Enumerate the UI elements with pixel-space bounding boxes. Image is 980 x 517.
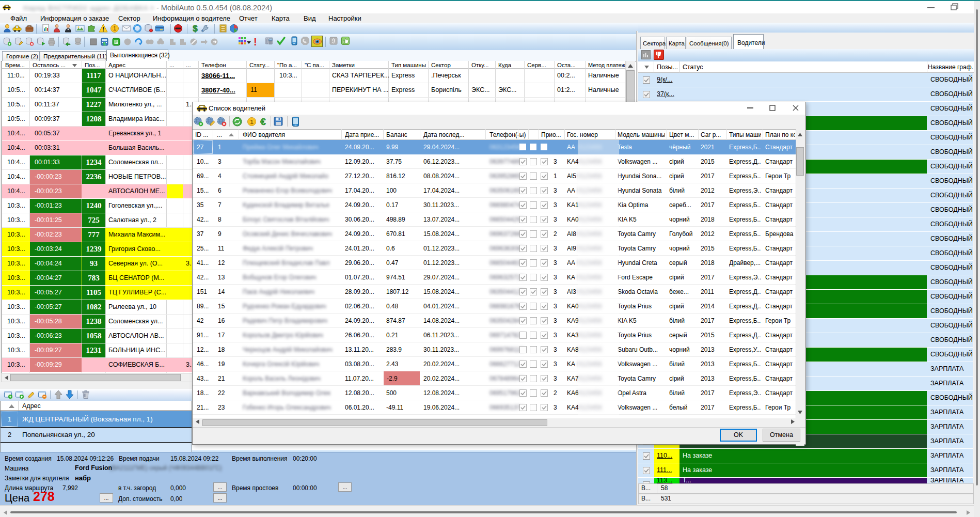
svg-text:1: 1 <box>250 119 253 125</box>
svg-text:€: € <box>260 116 266 127</box>
svg-text:1: 1 <box>113 26 116 32</box>
svg-text:$: $ <box>193 24 198 34</box>
svg-text:$: $ <box>103 41 106 46</box>
